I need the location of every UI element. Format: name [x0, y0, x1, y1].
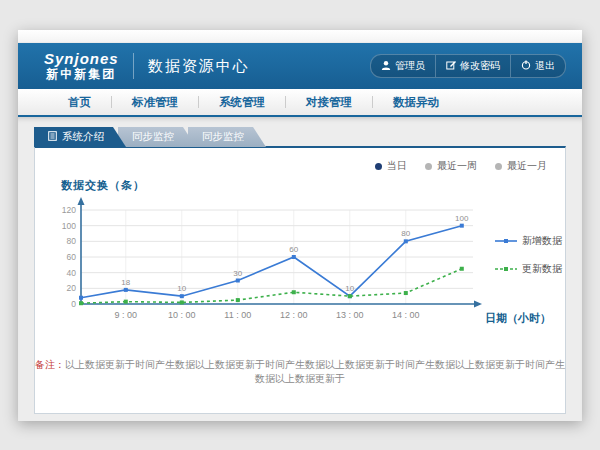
- user-account-button[interactable]: 管理员: [371, 55, 435, 77]
- data-point[interactable]: [292, 255, 296, 259]
- user-icon: [381, 60, 391, 72]
- filter-last-month[interactable]: 最近一月: [495, 159, 547, 173]
- tab-sync-monitor-1[interactable]: 同步监控: [118, 127, 196, 147]
- tab-label: 同步监控: [202, 130, 244, 144]
- time-range-filters: 当日 最近一周 最近一月: [375, 159, 547, 173]
- filter-label: 当日: [387, 159, 407, 173]
- svg-text:9 : 00: 9 : 00: [115, 310, 138, 320]
- data-point[interactable]: [292, 290, 296, 294]
- legend-line-solid-icon: [495, 237, 517, 245]
- data-point[interactable]: [236, 298, 240, 302]
- svg-text:10 : 00: 10 : 00: [168, 310, 196, 320]
- chart-panel: 当日 最近一周 最近一月 数据交换（条） 0204060801001209 : …: [34, 146, 566, 414]
- svg-text:14 : 00: 14 : 00: [392, 310, 420, 320]
- nav-item-interface-management[interactable]: 对接管理: [286, 95, 372, 110]
- filter-label: 最近一周: [437, 159, 477, 173]
- data-point[interactable]: [180, 300, 184, 304]
- data-point[interactable]: [124, 300, 128, 304]
- footnote-text: 以上数据更新于时间产生数据以上数据更新于时间产生数据以上数据更新于时间产生数据以…: [65, 359, 565, 384]
- tab-system-intro[interactable]: 系统介绍: [34, 127, 126, 147]
- tab-bar: 系统介绍 同步监控 同步监控: [34, 127, 258, 147]
- legend-label: 新增数据: [522, 234, 562, 248]
- radio-selected-icon: [375, 163, 382, 170]
- data-point[interactable]: [236, 279, 240, 283]
- logo-primary-text: Synjones: [44, 51, 119, 68]
- user-account-label: 管理员: [395, 59, 425, 73]
- data-point[interactable]: [348, 294, 352, 298]
- svg-text:10: 10: [177, 284, 186, 293]
- data-point[interactable]: [404, 239, 408, 243]
- svg-text:13 : 00: 13 : 00: [336, 310, 364, 320]
- tab-sync-monitor-2[interactable]: 同步监控: [188, 127, 266, 147]
- filter-last-week[interactable]: 最近一周: [425, 159, 477, 173]
- svg-text:100: 100: [62, 221, 76, 231]
- svg-text:60: 60: [67, 252, 77, 262]
- logo-secondary-text: 新中新集团: [44, 68, 119, 81]
- user-menu: 管理员 修改密码 退出: [370, 54, 566, 78]
- nav-item-standard-management[interactable]: 标准管理: [112, 95, 198, 110]
- line-chart: 0204060801001209 : 0010 : 0011 : 0012 : …: [49, 192, 504, 324]
- app-header: Synjones 新中新集团 数据资源中心 管理员 修改密码: [18, 43, 582, 89]
- content-area: 系统介绍 同步监控 同步监控 当日 最近一周: [18, 117, 582, 421]
- page-title: 数据资源中心: [148, 57, 250, 76]
- nav-item-home[interactable]: 首页: [48, 95, 111, 110]
- svg-text:40: 40: [67, 268, 77, 278]
- tab-label: 系统介绍: [62, 130, 104, 144]
- svg-text:10: 10: [345, 284, 354, 293]
- svg-text:80: 80: [401, 229, 410, 238]
- svg-text:20: 20: [67, 283, 77, 293]
- power-icon: [521, 60, 531, 72]
- legend-label: 更新数据: [522, 262, 562, 276]
- nav-item-data-change[interactable]: 数据异动: [373, 95, 459, 110]
- svg-text:30: 30: [233, 269, 242, 278]
- document-icon: [48, 131, 57, 143]
- footnote: 备注：以上数据更新于时间产生数据以上数据更新于时间产生数据以上数据更新于时间产生…: [35, 358, 565, 386]
- change-password-button[interactable]: 修改密码: [435, 55, 510, 77]
- filter-label: 最近一月: [507, 159, 547, 173]
- data-point[interactable]: [460, 224, 464, 228]
- main-nav: 首页 标准管理 系统管理 对接管理 数据异动: [18, 89, 582, 117]
- svg-text:12 : 00: 12 : 00: [280, 310, 308, 320]
- svg-text:120: 120: [62, 205, 76, 215]
- svg-text:60: 60: [289, 245, 298, 254]
- radio-unselected-icon: [425, 163, 432, 170]
- header-divider: [133, 53, 134, 79]
- data-point[interactable]: [124, 288, 128, 292]
- radio-unselected-icon: [495, 163, 502, 170]
- desktop-background: Synjones 新中新集团 数据资源中心 管理员 修改密码: [0, 0, 600, 450]
- change-password-label: 修改密码: [460, 59, 500, 73]
- app-window: Synjones 新中新集团 数据资源中心 管理员 修改密码: [18, 30, 582, 420]
- legend-item-updated-data: 更新数据: [495, 262, 562, 276]
- svg-text:100: 100: [455, 214, 469, 223]
- x-axis-title: 日期（小时）: [485, 311, 551, 326]
- chart-legend: 新增数据 更新数据: [495, 234, 562, 276]
- y-axis-title: 数据交换（条）: [61, 178, 145, 193]
- tab-label: 同步监控: [132, 130, 174, 144]
- logout-label: 退出: [535, 59, 555, 73]
- browser-chrome-strip: [18, 30, 582, 43]
- data-point[interactable]: [404, 291, 408, 295]
- svg-text:80: 80: [67, 236, 77, 246]
- filter-today[interactable]: 当日: [375, 159, 407, 173]
- nav-item-system-management[interactable]: 系统管理: [199, 95, 285, 110]
- logout-button[interactable]: 退出: [510, 55, 565, 77]
- data-point[interactable]: [79, 296, 83, 300]
- svg-text:11 : 00: 11 : 00: [224, 310, 251, 320]
- data-point[interactable]: [180, 294, 184, 298]
- logo: Synjones 新中新集团: [44, 51, 119, 81]
- legend-item-new-data: 新增数据: [495, 234, 562, 248]
- data-point[interactable]: [460, 267, 464, 271]
- svg-text:0: 0: [71, 299, 76, 309]
- legend-line-dashed-icon: [495, 265, 517, 273]
- footnote-label: 备注：: [35, 359, 65, 370]
- edit-icon: [446, 60, 456, 72]
- svg-text:18: 18: [121, 278, 130, 287]
- data-point[interactable]: [79, 301, 83, 305]
